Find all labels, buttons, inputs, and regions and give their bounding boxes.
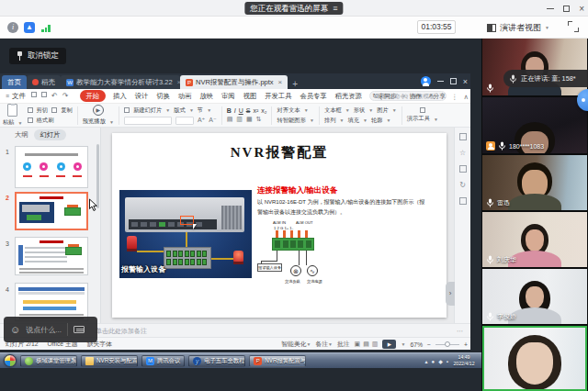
print-icon[interactable] (41, 92, 47, 97)
selection-pane-icon[interactable] (459, 197, 467, 205)
system-tray[interactable]: ▴ ● ◆ ▪ (425, 353, 448, 369)
wps-minimize-button[interactable] (437, 81, 444, 82)
outline-button[interactable]: 轮廓 (371, 117, 383, 125)
sidebar-expander[interactable]: › (446, 282, 455, 306)
participant-video[interactable]: 刘庆华 (482, 212, 587, 267)
presentation-tools-button[interactable]: 演示工具▼ (407, 107, 438, 123)
panel-tab-slides[interactable]: 幻灯片 (34, 129, 67, 140)
redo-icon[interactable]: ↷ (62, 92, 69, 100)
menu-tab-start[interactable]: 开始 (80, 90, 107, 102)
notes-more-icon[interactable]: ⋯ (457, 324, 463, 338)
participant-video[interactable]: 雷迅 (482, 155, 587, 210)
menu-tab-docer[interactable]: 稻壳资源 (334, 92, 363, 101)
comments-button[interactable]: 批注 (337, 340, 350, 349)
tray-icon[interactable]: ◆ (438, 358, 443, 364)
participant-video[interactable]: 180****1083 (482, 97, 587, 153)
cut-button[interactable]: 剪切 (37, 106, 49, 115)
notes-button[interactable]: 备注▼ (315, 340, 333, 349)
section-button[interactable]: 节 (198, 106, 203, 115)
zoom-slider-handle[interactable] (445, 341, 450, 347)
menu-tab-devtools[interactable]: 开发工具 (264, 92, 292, 101)
menu-tab-member[interactable]: 会员专享 (299, 92, 327, 101)
grow-font-icon[interactable]: A⁺ (198, 117, 205, 124)
undo-icon[interactable]: ↶ (51, 92, 58, 100)
collapse-ribbon-icon[interactable]: ∧ (464, 93, 469, 101)
keyboard-icon[interactable] (74, 326, 85, 333)
minimize-button[interactable] (547, 8, 554, 9)
tray-icon[interactable]: ▪ (447, 359, 448, 364)
participant-video-speaking[interactable] (482, 326, 587, 391)
wps-close-button[interactable]: × (463, 77, 468, 86)
taskbar-item-folder[interactable]: NVR安装与配置 (81, 355, 138, 367)
menu-tab-animation[interactable]: 动画 (177, 92, 193, 101)
taskbar-item-classroom[interactable]: 极域课堂管理系... (20, 355, 77, 367)
menu-tab-review[interactable]: 审阅 (220, 92, 236, 101)
shrink-font-icon[interactable]: A⁻ (209, 117, 216, 124)
watching-banner[interactable]: 您正在观看雷迅的屏幕 ≡ (244, 2, 343, 15)
new-slide-button[interactable]: 新建幻灯片 (133, 106, 162, 115)
slide-thumbnail-3[interactable] (15, 237, 88, 275)
tab-template-store[interactable]: 稻壳 (27, 75, 61, 89)
fullscreen-icon[interactable] (568, 21, 579, 32)
smart-beautify-button[interactable]: 智能美化▼ (281, 340, 311, 349)
font-name-box[interactable] (124, 117, 172, 125)
star-icon[interactable]: ☆ (459, 149, 466, 157)
slideshow-play-button[interactable]: ▶ (382, 340, 396, 349)
tray-icon[interactable]: ● (432, 359, 435, 364)
picture-button[interactable]: 图片 (377, 106, 389, 115)
new-slide-icon[interactable] (124, 107, 130, 113)
copy-button[interactable]: 复制 (61, 106, 73, 115)
collaborate-button[interactable]: ☺协作 (402, 92, 422, 101)
slide-canvas[interactable]: NVR报警配置 连接报警输入/输出设备 以 NVR102-16E-DT 为例，报… (112, 133, 447, 318)
notes-placeholder[interactable]: 单击此处添加备注 (96, 324, 147, 338)
align-text-button[interactable]: 对齐文本 (277, 106, 300, 115)
sorter-view-icon[interactable]: ▤ (363, 341, 369, 348)
maximize-button[interactable] (563, 6, 570, 12)
taskbar-item-wpp-active[interactable]: PNVR报警配置与... (249, 355, 306, 367)
subscript-button[interactable]: x₂ (261, 107, 266, 114)
animation-pane-icon[interactable] (459, 165, 467, 173)
menu-tab-insert[interactable]: 插入 (112, 92, 128, 101)
chat-overlay[interactable]: ☺ 说点什么... (4, 317, 97, 342)
close-tab-icon[interactable]: × (278, 78, 283, 86)
zoom-level[interactable]: 67% (410, 341, 423, 348)
close-button[interactable]: × (579, 4, 584, 14)
layout-button[interactable]: 版式 (174, 106, 186, 115)
file-menu[interactable]: ≡文件 (0, 92, 31, 101)
share-button[interactable]: ↗分享 (427, 92, 446, 101)
cut-icon[interactable] (28, 107, 33, 113)
menu-tab-transition[interactable]: 切换 (155, 92, 171, 101)
menu-tab-design[interactable]: 设计 (134, 92, 150, 101)
underline-button[interactable]: U (239, 107, 243, 114)
zoom-in-button[interactable]: + (464, 341, 468, 348)
normal-view-icon[interactable]: ▣ (355, 341, 361, 348)
tab-document[interactable]: W教学能力大赛学情分析研讨3.22× (61, 75, 180, 89)
more-options-icon[interactable]: ⋮ (451, 93, 458, 101)
network-shield-icon[interactable]: ▲ (24, 22, 35, 33)
indent-icon[interactable]: ▦ (246, 116, 253, 123)
slide-thumbnail-2-selected[interactable] (15, 192, 88, 230)
taskbar-clock[interactable]: 14:49 2022/4/12 (450, 354, 478, 368)
unlock-button[interactable]: 取消锁定 (9, 48, 66, 64)
preview-play-button[interactable]: ▶预览播放▼ (83, 105, 114, 126)
slide-thumbnail-4[interactable] (15, 283, 88, 321)
line-spacing-icon[interactable]: ⇅ (256, 116, 262, 123)
tray-expand-icon[interactable]: ▴ (425, 358, 428, 364)
banner-menu-icon[interactable]: ≡ (333, 2, 337, 15)
menu-tab-view[interactable]: 视图 (243, 92, 258, 101)
tab-active-pptx[interactable]: PNVR报警配置与操作.pptx× (180, 75, 288, 89)
shape-button[interactable]: 形状 (354, 106, 366, 115)
save-icon[interactable] (31, 92, 37, 97)
emoji-icon[interactable]: ☺ (10, 324, 20, 335)
play-options-icon[interactable]: ▼ (401, 341, 405, 347)
textbox-button[interactable]: 文本框 (324, 106, 342, 115)
zoom-out-button[interactable]: − (427, 341, 431, 348)
slide-thumbnail-1[interactable] (15, 146, 88, 188)
thumbnail-list[interactable]: 1 2 3 (0, 141, 101, 323)
taskbar-item-tutorial[interactable]: y电子五车全教程... (188, 355, 245, 367)
view-mode-selector[interactable]: 演讲者视图 ▼ (487, 20, 549, 35)
arrange-button[interactable]: 排列 (324, 117, 336, 125)
italic-button[interactable]: I (234, 107, 236, 114)
sync-status[interactable]: ↻未同步 (372, 92, 397, 101)
tab-home[interactable]: 首页 (2, 75, 27, 89)
